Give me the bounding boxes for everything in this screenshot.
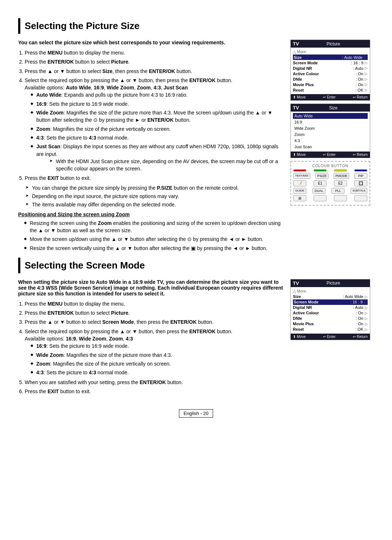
remote-btn-green [314, 169, 327, 172]
section1: Selecting the Picture Size You can selec… [18, 18, 374, 254]
tv-panel1-row-movieplus: Movie Plus : On ▷ [293, 82, 368, 87]
tv-logo3: TV [293, 281, 299, 286]
footer3-return: ↩ Return [353, 335, 368, 339]
remote-btn-textmix: TEXT/MIX [293, 173, 310, 179]
tv-logo1: TV [293, 41, 299, 47]
remote-icon3: E2 [334, 180, 347, 186]
positioning-header: Positioning and Sizing the screen using … [18, 211, 283, 217]
tv-panel1-row-size: Size : Auto Wide ▷ [293, 55, 368, 60]
s2-step6: Press the EXIT button to exit. [25, 388, 283, 395]
section1-title: Selecting the Picture Size [25, 20, 369, 32]
tv-panel3-header: TV Picture [291, 279, 370, 287]
option-169: 16:9: Sets the picture to 16:9 wide mode… [30, 100, 283, 108]
step5: Press the EXIT button to exit. [25, 174, 283, 182]
remote-panel: COLOUR BUTTON TEXT/MIX PSIZE PMODE PIP 📝… [290, 161, 370, 206]
s2-step5: When you are satisfied with your setting… [25, 379, 283, 386]
tv-panel2-header: TV Size [291, 104, 370, 112]
step2: Press the ENTER/OK button to select Pict… [25, 58, 283, 65]
remote-row4: GUIDE DUAL PLL SUBTITLE [293, 188, 367, 194]
remote-row3: 📝 E1 E2 🔲 [293, 180, 367, 186]
section2: Selecting the Screen Mode When setting t… [18, 258, 374, 397]
section2-steps: Press the MENU button to display the men… [18, 300, 283, 395]
tv-panel1-row-digitalnr: Digital NR : Auto ▷ [293, 65, 368, 71]
section1-notes: You can change the picture size simply b… [18, 184, 283, 209]
tv-panel3-more: △ More [293, 289, 368, 294]
section1-text: You can select the picture size which be… [18, 40, 283, 254]
step4: Select the required option by pressing t… [25, 77, 283, 173]
s2-option-zoom: Zoom: Magnifies the size of the picture … [30, 360, 283, 367]
note2: Depending on the input source, the pictu… [25, 193, 283, 200]
tv-panel1-footer: ⬆ Move ↵ Enter ↩ Return [291, 94, 370, 100]
tv-panel1-row-activecolour: Active Colour : On ▷ [293, 71, 368, 76]
option-auto-wide: Auto Wide: Expands and pulls up the pict… [30, 91, 283, 98]
tv-panel1-more: △ More [293, 49, 368, 55]
tv-panel3-row-size: Size : Auto Wide ▷ [293, 294, 368, 299]
footer2-return: ↩ Return [353, 153, 368, 157]
tv-panel1-body: △ More Size : Auto Wide ▷ Screen Mode : … [291, 48, 370, 94]
remote-icon5: ⊞ [293, 195, 306, 201]
pos-bullet1: Resizing the screen using the Zoom enabl… [24, 219, 283, 234]
pos-bullet2: Move the screen up/down using the ▲ or ▼… [24, 235, 283, 243]
tv-panel-picture2: TV Picture △ More Size : Auto Wide ▷ Scr… [290, 279, 370, 340]
s2-step2: Press the ENTER/OK button to select Pict… [25, 309, 283, 317]
size-item-justscan: Just Scan [293, 144, 368, 150]
tv-panel-size: TV Size Auto Wide 16:9 Wide Zoom Zoom 4:… [290, 104, 370, 158]
remote-btn-guide: GUIDE [293, 188, 306, 194]
remote-icon2: E1 [314, 180, 327, 186]
just-scan-notes: With the HDMI Just Scan picture size, de… [36, 158, 283, 173]
option-just-scan: Just Scan: Displays the input scenes as … [30, 143, 283, 172]
pos-bullet3: Resize the screen vertically using the ▲… [24, 245, 283, 252]
remote-color-row [293, 169, 367, 172]
tv-panel1-header: TV Picture [291, 40, 370, 48]
remote-btn-psize: PSIZE [315, 173, 328, 179]
remote-label: COLOUR BUTTON [293, 164, 367, 168]
section2-text: When setting the picture size to Auto Wi… [18, 279, 283, 397]
tv-panel3-row-activecolour: Active Colour : On ▷ [293, 310, 368, 316]
footer-move: ⬆ Move [293, 95, 306, 99]
remote-icon6 [314, 195, 327, 201]
s2-option-43: 4:3: Sets the picture to 4:3 normal mode… [30, 369, 283, 376]
footer-return: ↩ Return [353, 95, 368, 99]
tv-panel1-row-reset: Reset : OK ▷ [293, 87, 368, 93]
option-zoom: Zoom: Magnifies the size of the picture … [30, 125, 283, 133]
tv-panel2-body: Auto Wide 16:9 Wide Zoom Zoom 4:3 Just S… [291, 112, 370, 152]
tv-panel3-row-digitalnr: Digital NR : Auto ▷ [293, 305, 368, 310]
remote-btn-blue [354, 169, 367, 172]
remote-btn-subtitle: SUBTITLE [351, 188, 367, 194]
section2-options: 16:9: Sets the picture to 16:9 wide mode… [25, 342, 283, 376]
remote-btn-red [293, 169, 306, 172]
section2-ui-panels: TV Picture △ More Size : Auto Wide ▷ Scr… [290, 279, 374, 397]
tv-panel3-footer: ⬆ Move ↵ Enter ↩ Return [291, 334, 370, 340]
remote-row5: ⊞ [293, 195, 367, 201]
tv-panel1-row-dnie: DNIe : On ▷ [293, 76, 368, 82]
size-item-autowide: Auto Wide [293, 113, 368, 119]
size-item-widezoom: Wide Zoom [293, 125, 368, 131]
section1-header: Selecting the Picture Size [18, 18, 374, 34]
section1-intro: You can select the picture size which be… [18, 40, 283, 45]
remote-icon4: 🔲 [354, 180, 367, 186]
s2-option-169: 16:9: Sets the picture to 16:9 wide mode… [30, 342, 283, 350]
footer2-enter: ↵ Enter [323, 153, 336, 157]
size-item-169: 16:9 [293, 119, 368, 125]
option-wide-zoom: Wide Zoom: Magnifies the size of the pic… [30, 109, 283, 124]
remote-row2: TEXT/MIX PSIZE PMODE PIP [293, 173, 367, 179]
tv-panel2-title: Size [299, 105, 368, 110]
remote-icon1: 📝 [293, 180, 306, 186]
remote-btn-pll: PLL [331, 188, 344, 194]
step1: Press the MENU button to display the men… [25, 49, 283, 56]
just-scan-note: With the HDMI Just Scan picture size, de… [49, 158, 283, 173]
tv-panel3-row-reset: Reset : OK ▷ [293, 327, 368, 332]
tv-panel2-footer: ⬆ Move ↵ Enter ↩ Return [291, 152, 370, 158]
size-item-zoom: Zoom [293, 132, 368, 137]
footer-enter: ↵ Enter [323, 95, 336, 99]
tv-panel-picture1: TV Picture △ More Size : Auto Wide ▷ Scr… [290, 40, 370, 101]
note1: You can change the picture size simply b… [25, 184, 283, 192]
tv-panel3-body: △ More Size : Auto Wide ▷ Screen Mode : … [291, 287, 370, 334]
tv-panel3-row-screenmode: Screen Mode : 16 : 9 ▷ [293, 299, 368, 305]
section1-options: Auto Wide: Expands and pulls up the pict… [25, 91, 283, 172]
page-footer: English - 20 [18, 408, 374, 418]
remote-btn-dual: DUAL [313, 188, 326, 194]
tv-panel3-row-dnie: DNIe : On ▷ [293, 316, 368, 321]
tv-panel3-title: Picture [299, 281, 368, 286]
s2-option-widezoom: Wide Zoom: Magnifies the size of the pic… [30, 351, 283, 359]
